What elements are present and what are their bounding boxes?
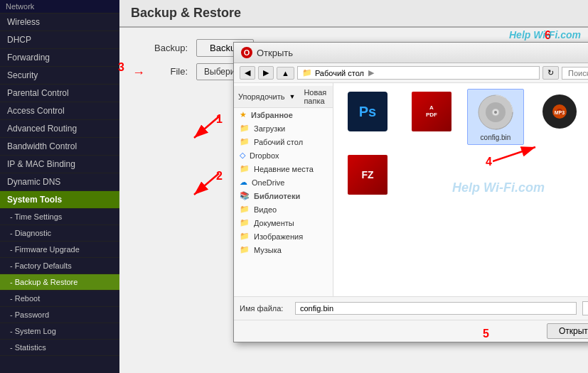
downloads-icon: 📁 bbox=[240, 124, 250, 133]
sidebar-recent[interactable]: 📁 Недавние места bbox=[234, 162, 333, 175]
sidebar-onedrive[interactable]: ☁ OneDrive bbox=[234, 175, 333, 189]
dialog-titlebar: O Открыть ✕ bbox=[234, 43, 588, 63]
filename-input[interactable] bbox=[295, 302, 577, 315]
sidebar-item-timesettings[interactable]: - Time Settings bbox=[0, 209, 119, 225]
sidebar-item-network[interactable]: Network bbox=[0, 0, 119, 13]
video-icon: 📁 bbox=[240, 205, 250, 214]
dialog-title-area: O Открыть bbox=[241, 47, 293, 58]
sidebar-dropbox[interactable]: ◇ Dropbox bbox=[234, 148, 333, 162]
sidebar-item-wireless[interactable]: Wireless bbox=[0, 13, 119, 31]
annotation-1-area: 1 bbox=[191, 113, 233, 151]
sidebar-item-reboot[interactable]: - Reboot bbox=[0, 291, 119, 307]
watermark: Help Wi-Fi.com bbox=[509, 29, 581, 40]
favorites-label: Избранное bbox=[251, 111, 293, 119]
dialog-filename-row: Имя файла: Все файлы bbox=[234, 296, 588, 320]
recent-label: Недавние места bbox=[254, 165, 314, 173]
file-item-vinyl[interactable]: MP3 bbox=[531, 89, 588, 145]
libraries-label: Библиотеки bbox=[254, 192, 300, 200]
annotation-2-area: 2 bbox=[191, 170, 233, 207]
open-button-text: Открыть bbox=[559, 326, 588, 336]
sidebar-music[interactable]: 📁 Музыка bbox=[234, 243, 333, 256]
dialog-open-button[interactable]: Открыть ▼ bbox=[547, 323, 588, 339]
vinyl-file-icon: MP3 bbox=[540, 92, 579, 131]
onedrive-icon: ☁ bbox=[240, 178, 247, 187]
organize-label: Упорядочить bbox=[238, 92, 284, 101]
sidebar-images[interactable]: 📁 Изображения bbox=[234, 229, 333, 243]
dialog-content: Упорядочить ▼ Новая папка ★ Избранное 📁 bbox=[234, 83, 588, 296]
sidebar-desktop[interactable]: 📁 Рабочий стол bbox=[234, 135, 333, 148]
sidebar-item-diagnostic[interactable]: - Diagnostic bbox=[0, 225, 119, 242]
sidebar-item-bandwidth[interactable]: Bandwidth Control bbox=[0, 138, 119, 156]
sidebar-item-security[interactable]: Security bbox=[0, 67, 119, 85]
images-icon: 📁 bbox=[240, 232, 250, 241]
dialog-left-sidebar: Упорядочить ▼ Новая папка ★ Избранное 📁 bbox=[234, 83, 333, 296]
sidebar-item-password[interactable]: - Password bbox=[0, 307, 119, 323]
annotation-arrow-4: 4 bbox=[493, 140, 550, 171]
annotation-2-text: 2 bbox=[216, 170, 223, 183]
filetype-select[interactable]: Все файлы bbox=[582, 301, 588, 315]
desktop-label: Рабочий стол bbox=[254, 138, 303, 146]
main-content: Backup & Restore Help Wi-Fi.com Backup: … bbox=[119, 0, 588, 373]
dialog-title-text: Открыть bbox=[257, 48, 293, 58]
downloads-label: Загрузки bbox=[254, 124, 285, 133]
dialog-forward-button[interactable]: ▶ bbox=[258, 66, 274, 80]
sidebar-item-forwarding[interactable]: Forwarding bbox=[0, 49, 119, 67]
annotation-5: 5 bbox=[483, 328, 489, 340]
dialog-action-row: 5 Открыть ▼ Отмена bbox=[234, 320, 588, 342]
ps-file-icon: Ps bbox=[348, 92, 387, 131]
favorites-star-icon: ★ bbox=[240, 110, 247, 119]
sidebar-video[interactable]: 📁 Видео bbox=[234, 202, 333, 216]
sidebar-item-access[interactable]: Access Control bbox=[0, 102, 119, 120]
sidebar-item-factory[interactable]: - Factory Defaults bbox=[0, 258, 119, 274]
file-item-pdf[interactable]: APDF bbox=[403, 89, 460, 145]
sidebar-item-ddns[interactable]: Dynamic DNS bbox=[0, 173, 119, 191]
svg-line-16 bbox=[194, 117, 219, 138]
file-item-fz[interactable]: FZ bbox=[339, 152, 396, 199]
libraries-icon: 📚 bbox=[240, 191, 250, 200]
file-area-watermark: Help Wi-Fi.com bbox=[452, 180, 545, 195]
organize-arrow: ▼ bbox=[289, 93, 295, 100]
dialog-path-text: Рабочий стол bbox=[315, 69, 364, 77]
folder-icon: 📁 bbox=[302, 68, 312, 77]
sidebar-item-dhcp[interactable]: DHCP bbox=[0, 31, 119, 49]
sidebar-item-ipmac[interactable]: IP & MAC Binding bbox=[0, 156, 119, 173]
disc-file-icon bbox=[476, 92, 515, 132]
dialog-back-button[interactable]: ◀ bbox=[240, 66, 255, 80]
recent-icon: 📁 bbox=[240, 164, 250, 173]
dialog-toolbar: ◀ ▶ ▲ 📁 Рабочий стол ▶ ↻ 🔍 bbox=[234, 63, 588, 83]
annotation-4-text: 4 bbox=[486, 156, 492, 168]
open-dialog: O Открыть ✕ ◀ ▶ ▲ 📁 Рабочий стол ▶ bbox=[233, 42, 588, 342]
sidebar-item-backup[interactable]: - Backup & Restore bbox=[0, 274, 119, 291]
svg-line-14 bbox=[493, 147, 535, 161]
sidebar-libraries-header: 📚 Библиотеки bbox=[234, 189, 333, 202]
new-folder-label: Новая папка bbox=[304, 88, 328, 105]
sidebar-documents[interactable]: 📁 Документы bbox=[234, 216, 333, 229]
page-title: Backup & Restore bbox=[131, 6, 577, 21]
fz-file-icon: FZ bbox=[348, 155, 387, 195]
video-label: Видео bbox=[254, 205, 277, 214]
sidebar-item-firmware[interactable]: - Firmware Upgrade bbox=[0, 242, 119, 258]
file-item-ps[interactable]: Ps bbox=[339, 89, 396, 145]
dialog-opera-icon: O bbox=[241, 47, 252, 58]
sidebar-item-statistics[interactable]: - Statistics bbox=[0, 340, 119, 356]
dialog-refresh-button[interactable]: ↻ bbox=[542, 66, 559, 80]
dialog-up-button[interactable]: ▲ bbox=[277, 67, 294, 80]
music-icon: 📁 bbox=[240, 245, 250, 254]
annotation-3: 3 bbox=[118, 61, 124, 74]
dialog-search-input[interactable] bbox=[562, 67, 588, 80]
page-header: Backup & Restore bbox=[119, 0, 588, 28]
sidebar-downloads[interactable]: 📁 Загрузки bbox=[234, 121, 333, 135]
sidebar-favorites-header: ★ Избранное bbox=[234, 108, 333, 121]
dialog-path-arrow: ▶ bbox=[368, 68, 374, 77]
backup-label: Backup: bbox=[131, 43, 188, 53]
sidebar-item-syslog[interactable]: - System Log bbox=[0, 323, 119, 340]
svg-line-18 bbox=[194, 173, 219, 195]
dropbox-label: Dropbox bbox=[250, 151, 279, 160]
svg-text:MP3: MP3 bbox=[555, 110, 565, 115]
svg-point-3 bbox=[494, 111, 497, 114]
file-item-config[interactable]: config.bin bbox=[467, 89, 524, 145]
sidebar-item-systemtools[interactable]: System Tools bbox=[0, 191, 119, 209]
sidebar-item-parental[interactable]: Parental Control bbox=[0, 85, 119, 102]
sidebar-item-routing[interactable]: Advanced Routing bbox=[0, 120, 119, 138]
annotation-1-text: 1 bbox=[216, 113, 223, 126]
